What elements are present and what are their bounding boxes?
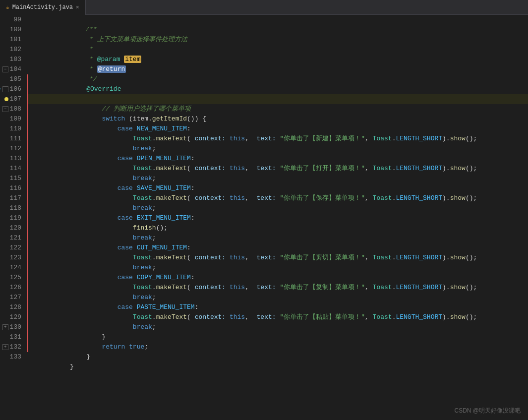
line-number-100: 100 <box>0 25 23 35</box>
code-line-120: break; <box>27 223 528 233</box>
editor-container: ☕ MainActivity.java × 99 100 101 102 103… <box>0 0 528 420</box>
line-number-101: 101 <box>0 35 23 45</box>
code-line-131: return true; <box>27 332 528 342</box>
line-number-107: 107 <box>0 94 23 104</box>
code-line-109: case NEW_MENU_ITEM: <box>27 114 528 124</box>
line-number-122: 122 <box>0 243 23 253</box>
fold-icon-130[interactable]: + <box>2 324 8 330</box>
code-line-117: break; <box>27 193 528 203</box>
line-number-132: + 132 <box>0 342 23 352</box>
line-number-130: + 130 <box>0 322 23 332</box>
code-lines: /** * 上下文菜单项选择事件处理方法 * * @param item <box>27 15 528 362</box>
code-line-115: case SAVE_MENU_ITEM: <box>27 174 528 183</box>
code-line-133: } <box>27 352 528 362</box>
line-numbers: 99 100 101 102 103 − 104 105 ● 106 <box>0 15 27 420</box>
line-number-104: − 104 <box>0 64 23 74</box>
warning-indicator-107 <box>4 97 8 101</box>
code-line-128: Toast.makeText( context: this, text: "你单… <box>27 302 528 312</box>
code-line-118: case EXIT_MENU_ITEM: <box>27 203 528 213</box>
code-line-113: Toast.makeText( context: this, text: "你单… <box>27 154 528 164</box>
tab-close-button[interactable]: × <box>76 4 79 10</box>
code-content: /** * 上下文菜单项选择事件处理方法 * * @param item <box>27 15 528 420</box>
line-number-129: 129 <box>0 312 23 322</box>
line-number-112: 112 <box>0 144 23 154</box>
tab-bar: ☕ MainActivity.java × <box>0 0 528 15</box>
line-number-109: 109 <box>0 114 23 124</box>
code-line-104: */ <box>27 64 528 74</box>
line-number-120: 120 <box>0 223 23 233</box>
code-line-116: Toast.makeText( context: this, text: "你单… <box>27 183 528 193</box>
line-number-123: 123 <box>0 253 23 263</box>
code-line-123: break; <box>27 253 528 263</box>
line-number-118: 118 <box>0 203 23 213</box>
fold-icon-104[interactable]: − <box>2 66 8 72</box>
line-number-116: 116 <box>0 183 23 193</box>
line-number-119: 119 <box>0 213 23 223</box>
code-line-114: break; <box>27 164 528 174</box>
line-number-113: 113 <box>0 154 23 164</box>
code-line-100: * 上下文菜单项选择事件处理方法 <box>27 25 528 35</box>
line-number-131: 131 <box>0 332 23 342</box>
code-line-106: public boolean onContextItemSelected(@No… <box>27 84 528 94</box>
code-line-107: // 判断用户选择了哪个菜单项 <box>27 94 528 104</box>
line-number-115: 115 <box>0 174 23 183</box>
line-number-128: 128 <box>0 302 23 312</box>
line-number-124: 124 <box>0 263 23 273</box>
code-line-112: case OPEN_MENU_ITEM: <box>27 144 528 154</box>
line-number-111: 111 <box>0 134 23 144</box>
java-icon: ☕ <box>6 4 9 10</box>
line-number-99: 99 <box>0 15 23 25</box>
line-number-117: 117 <box>0 193 23 203</box>
line-number-102: 102 <box>0 45 23 55</box>
file-tab[interactable]: ☕ MainActivity.java × <box>0 0 86 15</box>
code-line-129: break; <box>27 312 528 322</box>
line-number-126: 126 <box>0 283 23 293</box>
fold-icon-108[interactable]: − <box>2 106 8 112</box>
code-line-111: break; <box>27 134 528 144</box>
code-line-103: * @return <box>27 55 528 64</box>
arrow-indicator-106: ● <box>0 84 1 94</box>
code-line-119: finish(); <box>27 213 528 223</box>
code-line-124: case COPY_MENU_ITEM: <box>27 263 528 273</box>
line-number-121: 121 <box>0 233 23 243</box>
code-line-108: switch (item.getItemId()) { <box>27 104 528 114</box>
code-line-110: Toast.makeText( context: this, text: "你单… <box>27 124 528 134</box>
code-line-121: case CUT_MENU_ITEM: <box>27 233 528 243</box>
line-number-114: 114 <box>0 164 23 174</box>
tab-label: MainActivity.java <box>12 4 73 11</box>
line-number-108: − 108 <box>0 104 23 114</box>
line-number-127: 127 <box>0 293 23 302</box>
code-line-130: } <box>27 322 528 332</box>
line-number-133: 133 <box>0 352 23 362</box>
code-line-102: * @param item <box>27 45 528 55</box>
line-number-125: 125 <box>0 273 23 283</box>
code-line-127: case PASTE_MENU_ITEM: <box>27 293 528 302</box>
line-number-105: 105 <box>0 74 23 84</box>
fold-icon-106[interactable] <box>2 86 8 92</box>
fold-icon-132[interactable]: + <box>2 344 8 350</box>
code-area: 99 100 101 102 103 − 104 105 ● 106 <box>0 15 528 420</box>
code-line-125: Toast.makeText( context: this, text: "你单… <box>27 273 528 283</box>
code-line-122: Toast.makeText( context: this, text: "你单… <box>27 243 528 253</box>
watermark: CSDN @明天好像没课吧 <box>454 407 521 415</box>
line-number-103: 103 <box>0 55 23 64</box>
line-number-106: ● 106 <box>0 84 23 94</box>
code-line-126: break; <box>27 283 528 293</box>
code-line-132: } <box>27 342 528 352</box>
code-line-105: @Override <box>27 74 528 84</box>
code-line-101: * <box>27 35 528 45</box>
line-number-110: 110 <box>0 124 23 134</box>
code-line-99: /** <box>27 15 528 25</box>
